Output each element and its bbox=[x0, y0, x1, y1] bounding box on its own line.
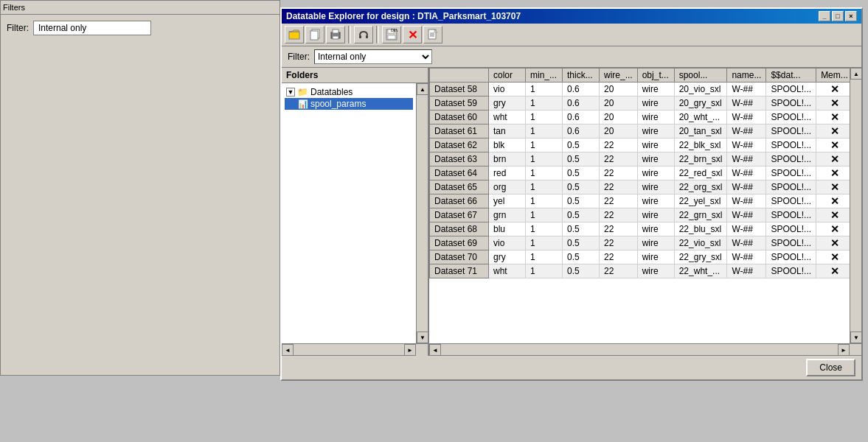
cell-name: W-## bbox=[727, 264, 766, 278]
table-row[interactable]: Dataset 70gry10.522wire22_gry_sxlW-##SPO… bbox=[430, 250, 850, 264]
toolbar-button-2[interactable] bbox=[305, 26, 324, 43]
cell-name: W-## bbox=[727, 110, 766, 124]
cell-name: W-## bbox=[727, 97, 766, 110]
cell-dat: SPOOL!... bbox=[766, 236, 816, 250]
left-vscroll-down[interactable]: ▼ bbox=[417, 332, 428, 343]
cell-name: W-## bbox=[727, 236, 766, 250]
file-icon: 📊 bbox=[298, 99, 308, 109]
cell-name: W-## bbox=[727, 152, 766, 166]
cell-mem-mark: ✕ bbox=[830, 83, 839, 95]
cell-min: 1 bbox=[526, 166, 563, 180]
cell-row-id: Dataset 58 bbox=[430, 83, 489, 97]
cell-mem-mark: ✕ bbox=[830, 181, 839, 193]
left-hscroll-left[interactable]: ◄ bbox=[282, 344, 294, 356]
table-row[interactable]: Dataset 58vio10.620wire20_vio_sxlW-##SPO… bbox=[430, 83, 850, 97]
close-title-button[interactable]: × bbox=[845, 11, 857, 21]
svg-rect-7 bbox=[359, 35, 361, 38]
right-vscroll-up[interactable]: ▲ bbox=[850, 68, 861, 80]
right-panel: color min_... thick... wire_... obj_t...… bbox=[429, 68, 861, 355]
cell-color: gry bbox=[489, 97, 526, 110]
table-row[interactable]: Dataset 64red10.522wire22_red_sxlW-##SPO… bbox=[430, 166, 850, 180]
cell-name: W-## bbox=[727, 222, 766, 236]
cell-mem-mark: ✕ bbox=[830, 195, 839, 207]
right-hscroll-right[interactable]: ► bbox=[838, 344, 850, 355]
cell-color: wht bbox=[489, 110, 526, 124]
title-bar: Datatable Explorer for design : DTIA_Par… bbox=[282, 9, 861, 24]
svg-rect-3 bbox=[310, 31, 318, 40]
tree-item-spool-params[interactable]: 📊 spool_params bbox=[285, 98, 413, 110]
table-row[interactable]: Dataset 66yel10.522wire22_yel_sxlW-##SPO… bbox=[430, 194, 850, 208]
cell-dat: SPOOL!... bbox=[766, 124, 816, 138]
cell-color: vio bbox=[489, 83, 526, 97]
cell-mem: ✕ bbox=[816, 110, 850, 124]
svg-rect-5 bbox=[333, 29, 338, 33]
col-header-name[interactable]: name... bbox=[727, 69, 766, 83]
right-vscroll-down[interactable]: ▼ bbox=[850, 332, 861, 343]
cell-min: 1 bbox=[526, 97, 563, 110]
toolbar-button-close[interactable]: ✕ bbox=[403, 26, 422, 43]
cell-obj: wire bbox=[637, 166, 674, 180]
table-row[interactable]: Dataset 71wht10.522wire22_wht_...W-##SPO… bbox=[430, 264, 850, 278]
cell-min: 1 bbox=[526, 194, 563, 208]
col-header-spool[interactable]: spool... bbox=[674, 69, 727, 83]
toolbar-button-3[interactable] bbox=[326, 26, 345, 43]
cell-wire: 22 bbox=[600, 138, 638, 152]
table-row[interactable]: Dataset 62blk10.522wire22_blk_sxlW-##SPO… bbox=[430, 138, 850, 152]
cell-name: W-## bbox=[727, 83, 766, 97]
cell-wire: 22 bbox=[600, 250, 638, 264]
expand-icon[interactable]: ▼ bbox=[286, 88, 295, 97]
scroll-corner-right bbox=[850, 344, 861, 355]
left-hscroll-area: ◄ ► bbox=[282, 343, 428, 355]
cell-mem: ✕ bbox=[816, 208, 850, 222]
toolbar-button-1[interactable] bbox=[285, 26, 304, 43]
filter-select[interactable]: Internal only All External only bbox=[314, 49, 432, 64]
left-vscroll-up[interactable]: ▲ bbox=[417, 83, 428, 95]
toolbar-button-new[interactable] bbox=[423, 26, 442, 43]
cell-spool: 22_org_sxl bbox=[674, 180, 727, 194]
table-row[interactable]: Dataset 67grn10.522wire22_grn_sxlW-##SPO… bbox=[430, 208, 850, 222]
folders-header: Folders bbox=[282, 68, 428, 83]
toolbar-separator-1 bbox=[348, 26, 351, 43]
cell-thick: 0.5 bbox=[563, 180, 600, 194]
cell-row-id: Dataset 70 bbox=[430, 250, 489, 264]
col-header-wire[interactable]: wire_... bbox=[600, 69, 638, 83]
data-table-wrapper: color min_... thick... wire_... obj_t...… bbox=[429, 68, 850, 343]
table-row[interactable]: Dataset 68blu10.522wire22_blu_sxlW-##SPO… bbox=[430, 222, 850, 236]
cell-row-id: Dataset 66 bbox=[430, 194, 489, 208]
toolbar-button-save[interactable]: DEV bbox=[382, 26, 401, 43]
col-header-min[interactable]: min_... bbox=[526, 69, 563, 83]
restore-button[interactable]: □ bbox=[832, 11, 844, 21]
left-hscroll-right[interactable]: ► bbox=[404, 344, 416, 356]
cell-row-id: Dataset 63 bbox=[430, 152, 489, 166]
tree-item-datatables[interactable]: ▼ 📁 Datatables bbox=[285, 86, 413, 98]
right-hscroll-left[interactable]: ◄ bbox=[429, 344, 441, 355]
col-header-mem[interactable]: Mem... bbox=[816, 69, 850, 83]
table-row[interactable]: Dataset 63brn10.522wire22_brn_sxlW-##SPO… bbox=[430, 152, 850, 166]
cell-mem: ✕ bbox=[816, 152, 850, 166]
cell-thick: 0.5 bbox=[563, 138, 600, 152]
col-header-thick[interactable]: thick... bbox=[563, 69, 600, 83]
cell-obj: wire bbox=[637, 236, 674, 250]
cell-mem-mark: ✕ bbox=[830, 97, 839, 109]
main-window: Datatable Explorer for design : DTIA_Par… bbox=[280, 7, 863, 381]
cell-spool: 22_vio_sxl bbox=[674, 236, 727, 250]
right-hscroll-area: ◄ ► bbox=[429, 343, 861, 355]
table-row[interactable]: Dataset 65org10.522wire22_org_sxlW-##SPO… bbox=[430, 180, 850, 194]
table-row[interactable]: Dataset 61tan10.620wire20_tan_sxlW-##SPO… bbox=[430, 124, 850, 138]
close-button[interactable]: Close bbox=[806, 359, 855, 376]
minimize-button[interactable]: _ bbox=[819, 11, 830, 21]
col-header-dat[interactable]: $$dat... bbox=[766, 69, 816, 83]
col-header-color[interactable]: color bbox=[489, 69, 526, 83]
cell-wire: 20 bbox=[600, 110, 638, 124]
cell-row-id: Dataset 64 bbox=[430, 166, 489, 180]
toolbar-button-headphones[interactable] bbox=[354, 26, 373, 43]
table-row[interactable]: Dataset 59gry10.620wire20_gry_sxlW-##SPO… bbox=[430, 97, 850, 110]
cell-spool: 22_blk_sxl bbox=[674, 138, 727, 152]
col-header-obj[interactable]: obj_t... bbox=[637, 69, 674, 83]
table-row[interactable]: Dataset 69vio10.522wire22_vio_sxlW-##SPO… bbox=[430, 236, 850, 250]
cell-wire: 20 bbox=[600, 97, 638, 110]
table-row[interactable]: Dataset 60wht10.620wire20_wht_...W-##SPO… bbox=[430, 110, 850, 124]
cell-color: vio bbox=[489, 236, 526, 250]
cell-thick: 0.5 bbox=[563, 236, 600, 250]
table-header-row: color min_... thick... wire_... obj_t...… bbox=[430, 69, 850, 83]
